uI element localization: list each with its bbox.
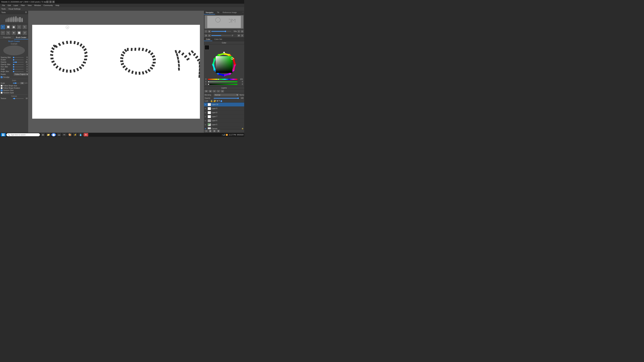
layer-item-canvas[interactable]: 👁 Canvas 🔒 (204, 127, 244, 129)
tool-transform[interactable]: ↻ (22, 25, 27, 29)
layer-9-visibility[interactable]: ◉ (204, 107, 207, 110)
follow-shape-size-checkbox[interactable] (1, 85, 2, 87)
opacity-jitter-slider[interactable] (13, 64, 24, 65)
tool-select[interactable]: ⬡ (17, 25, 21, 29)
s-slider[interactable] (208, 81, 238, 82)
taskbar-file-explorer[interactable]: 📁 (46, 133, 51, 136)
flip-v-button[interactable]: ⇕ (241, 34, 244, 37)
layer-8-visibility[interactable]: ◉ (204, 111, 207, 114)
zoom-out-button[interactable]: − (204, 30, 207, 33)
color-wheel-container[interactable] (211, 51, 238, 78)
layer-item-8[interactable]: ◉ Layer 8 (204, 111, 244, 115)
scale-slider[interactable] (13, 83, 19, 83)
scatter-slider[interactable] (13, 59, 24, 60)
menu-window[interactable]: Window (33, 4, 42, 7)
menu-community[interactable]: Community (42, 4, 54, 7)
taskbar-app-8[interactable]: 💧 (78, 133, 83, 136)
angle-slider[interactable] (13, 69, 24, 69)
layer-visibility-toggle[interactable]: 👁 (204, 90, 208, 92)
random-start-checkbox[interactable] (1, 89, 2, 91)
size-jitter-slider[interactable] (13, 66, 24, 67)
layer-fill-btn[interactable]: ≡ (213, 90, 216, 92)
add-layer-button[interactable]: + (204, 130, 208, 132)
lock-alpha-icon[interactable]: 🔐 (214, 100, 216, 102)
taskbar-chrome[interactable]: ⬤ (51, 133, 56, 136)
tab-brush-creator[interactable]: Brush Creator (14, 36, 28, 39)
layer-6-visibility[interactable]: ◉ (204, 119, 207, 122)
minimize-button[interactable]: ─ (46, 1, 49, 3)
v-slider[interactable] (208, 84, 238, 85)
nav-collapse-icon[interactable]: ─ (242, 11, 244, 14)
tool-reset[interactable]: ↺ (22, 31, 27, 35)
taskbar-app-7[interactable]: ⚡ (73, 133, 78, 136)
angle-slider[interactable] (211, 35, 231, 36)
brush-icon-5[interactable] (11, 17, 12, 22)
layer-item-7[interactable]: ◉ Layer 7 (204, 115, 244, 119)
layer-7-visibility[interactable]: ◉ (204, 115, 207, 118)
zoom-in-button[interactable]: + (238, 30, 240, 33)
menu-file[interactable]: File (1, 4, 6, 7)
brush-icon-9[interactable] (19, 17, 21, 22)
rotate-right-button[interactable]: ⇄ (238, 34, 240, 37)
taskbar-search[interactable]: 🔍 (6, 133, 40, 136)
nav-tab-tilt[interactable]: Tilt (215, 11, 221, 14)
nav-tab-navigator[interactable]: Navigator (204, 11, 215, 14)
brush-icon-6[interactable] (13, 16, 14, 22)
blending-select[interactable]: Normal Multiply Screen Overlay (214, 93, 239, 96)
layer-item-9[interactable]: ◉ Layer 9 (204, 107, 244, 111)
smudge-checkbox[interactable] (1, 76, 2, 78)
brush-icon-7[interactable] (15, 16, 17, 22)
layer-opacity-slider[interactable] (214, 98, 239, 98)
tool-eraser[interactable]: ⬜ (6, 25, 10, 29)
angle-jitter-slider[interactable] (13, 71, 24, 72)
layer-settings-button[interactable]: ⚙ (213, 130, 216, 132)
texture-slider[interactable] (13, 98, 24, 99)
tool-pencil[interactable]: ✎ (6, 31, 10, 35)
lock-t-icon[interactable]: T (219, 100, 220, 102)
topbar-visual-settings[interactable]: Visual Settings (8, 8, 21, 10)
layer-5-visibility[interactable]: ◉ (204, 123, 207, 126)
canvas[interactable]: ⊙ (32, 25, 200, 119)
maximize-button[interactable]: □ (49, 1, 52, 3)
taskbar-app-5[interactable]: ✏ (62, 133, 67, 136)
menu-edit[interactable]: Edit (6, 4, 12, 7)
lock-dot-icon[interactable]: ⬤ (220, 100, 222, 102)
tab-properties[interactable]: Properties (0, 36, 14, 39)
start-button[interactable] (1, 133, 6, 136)
tool-cross[interactable]: ✚ (12, 31, 16, 35)
brush-icon-4[interactable] (10, 17, 11, 22)
brush-icon-1[interactable] (6, 19, 6, 22)
opacity-slider[interactable] (13, 62, 24, 62)
layer-merge-btn[interactable]: ⊞ (209, 90, 212, 92)
close-button[interactable]: ✕ (52, 1, 55, 3)
scale-value-input[interactable] (20, 82, 24, 84)
layer-item-6[interactable]: ◉ Layer 6 (204, 119, 244, 123)
color-tab-color-set[interactable]: Color Set (212, 38, 224, 41)
layer-water-btn[interactable]: ≈ (217, 90, 220, 92)
color-tab-color[interactable]: Color (204, 38, 212, 41)
tool-smudge[interactable]: 〰 (1, 31, 5, 35)
h-slider[interactable] (208, 79, 238, 80)
flip-h-button[interactable]: ⇔ (208, 34, 211, 37)
zoom-fit-button[interactable]: ⊞ (208, 30, 211, 33)
tool-fill[interactable]: ⬤ (12, 25, 16, 29)
spacing-jitter-slider[interactable] (13, 57, 24, 58)
taskbar-app-6[interactable]: 🎨 (68, 133, 72, 136)
rotate-left-button[interactable]: ↺ (204, 34, 207, 37)
hue-indicator[interactable] (223, 52, 225, 53)
taskbar-files[interactable]: 🗂 (57, 133, 62, 136)
menu-help[interactable]: Help (54, 4, 61, 7)
nav-tab-reference[interactable]: Reference Image (221, 11, 238, 14)
menu-filter[interactable]: Filter (20, 4, 26, 7)
follow-shape-rotation-checkbox[interactable] (1, 87, 2, 89)
search-input[interactable] (11, 134, 38, 136)
lock-icon[interactable]: 🔒 (210, 100, 213, 102)
merge-down-button[interactable]: ⬇ (217, 130, 220, 132)
canvas-visibility[interactable]: 👁 (204, 128, 207, 129)
layer-import-btn[interactable]: ⊡ (221, 90, 224, 92)
brush-icon-2[interactable] (7, 18, 8, 22)
zoom-slider[interactable] (211, 31, 231, 32)
tool-marquee[interactable]: ⬜ (17, 31, 21, 35)
layer-item-5[interactable]: ◉ Layer 5 (204, 123, 244, 127)
lock-m-icon[interactable]: M (217, 100, 218, 102)
